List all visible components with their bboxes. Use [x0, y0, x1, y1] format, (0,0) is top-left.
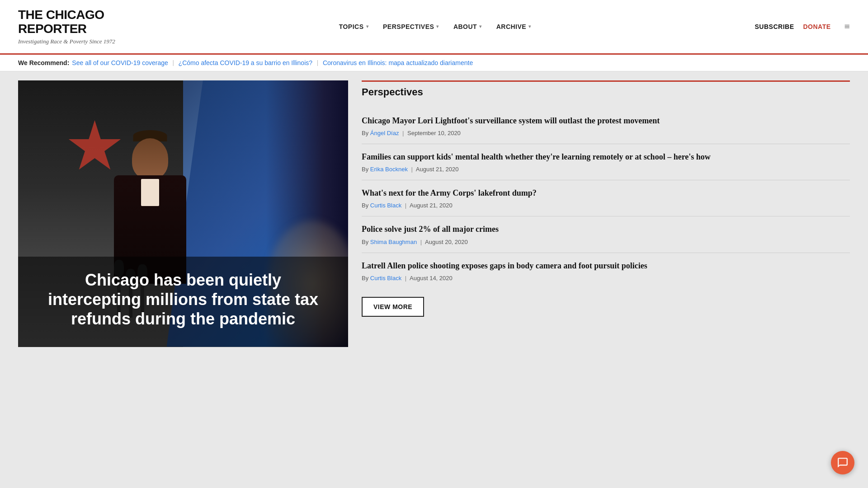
chevron-down-icon: ▾ — [528, 24, 531, 29]
donate-button[interactable]: DONATE — [803, 23, 831, 30]
subscribe-button[interactable]: SUBSCRIBE — [755, 23, 794, 30]
article-surveillance: Chicago Mayor Lori Lightfoot's surveilla… — [362, 108, 850, 144]
chevron-down-icon: ▾ — [479, 24, 482, 29]
nav-topics[interactable]: TOPICS ▾ — [339, 23, 368, 30]
rec-link-map[interactable]: Coronavirus en Illinois: mapa actualizad… — [323, 59, 473, 66]
site-name: THE CHICAGO REPORTER — [18, 8, 115, 36]
main-content: Chicago has been quietly intercepting mi… — [0, 71, 868, 356]
article-mental-health: Families can support kids' mental health… — [362, 144, 850, 180]
article-title-latrell-allen[interactable]: Latrell Allen police shooting exposes ga… — [362, 260, 850, 271]
chevron-down-icon: ▾ — [436, 24, 439, 29]
article-latrell-allen: Latrell Allen police shooting exposes ga… — [362, 253, 850, 289]
hero-image: Chicago has been quietly intercepting mi… — [18, 80, 348, 347]
article-meta-latrell-allen: By Curtis Black | August 14, 2020 — [362, 275, 850, 282]
article-date-army-corps: August 21, 2020 — [410, 202, 453, 209]
author-angel-diaz[interactable]: Ángel Díaz — [370, 130, 399, 136]
article-meta-surveillance: By Ángel Díaz | September 10, 2020 — [362, 130, 850, 136]
article-title-army-corps[interactable]: What's next for the Army Corps' lakefron… — [362, 188, 850, 198]
article-meta-mental-health: By Erika Bocknek | August 21, 2020 — [362, 166, 850, 173]
header-actions: SUBSCRIBE DONATE ≡ — [755, 21, 850, 33]
nav-archive[interactable]: ARCHIVE ▾ — [496, 23, 531, 30]
rec-link-covid[interactable]: See all of our COVID-19 coverage — [72, 59, 168, 66]
face — [132, 138, 168, 179]
chevron-down-icon: ▾ — [366, 24, 369, 29]
shirt — [141, 179, 159, 206]
hero-title: Chicago has been quietly intercepting mi… — [36, 270, 330, 329]
article-date-mental-health: August 21, 2020 — [416, 166, 459, 173]
article-title-police-solve[interactable]: Police solve just 2% of all major crimes — [362, 224, 850, 235]
hamburger-menu-icon[interactable]: ≡ — [844, 21, 850, 33]
article-date-latrell-allen: August 14, 2020 — [410, 275, 453, 282]
site-tagline: Investigating Race & Poverty Since 1972 — [18, 38, 115, 45]
nav-about[interactable]: ABOUT ▾ — [453, 23, 482, 30]
article-date-police-solve: August 20, 2020 — [425, 239, 468, 245]
recommendations-bar: We Recommend: See all of our COVID-19 co… — [0, 55, 868, 71]
perspectives-section-title: Perspectives — [362, 80, 850, 102]
article-army-corps: What's next for the Army Corps' lakefron… — [362, 180, 850, 216]
author-erika-bocknek[interactable]: Erika Bocknek — [370, 166, 408, 173]
hero-section[interactable]: Chicago has been quietly intercepting mi… — [18, 80, 348, 347]
separator: | — [317, 59, 318, 66]
hero-overlay: Chicago has been quietly intercepting mi… — [18, 257, 348, 347]
article-police-solve: Police solve just 2% of all major crimes… — [362, 216, 850, 253]
author-curtis-black-2[interactable]: Curtis Black — [370, 275, 401, 282]
article-meta-army-corps: By Curtis Black | August 21, 2020 — [362, 202, 850, 209]
site-header: THE CHICAGO REPORTER Investigating Race … — [0, 0, 868, 55]
view-more-button[interactable]: VIEW MORE — [362, 297, 424, 317]
separator: | — [173, 59, 174, 66]
main-nav: TOPICS ▾ PERSPECTIVES ▾ ABOUT ▾ ARCHIVE … — [339, 23, 531, 30]
author-curtis-black-1[interactable]: Curtis Black — [370, 202, 401, 209]
logo[interactable]: THE CHICAGO REPORTER Investigating Race … — [18, 8, 115, 45]
article-title-surveillance[interactable]: Chicago Mayor Lori Lightfoot's surveilla… — [362, 115, 850, 126]
article-title-mental-health[interactable]: Families can support kids' mental health… — [362, 151, 850, 162]
rec-label: We Recommend: — [18, 59, 69, 66]
article-date-surveillance: September 10, 2020 — [407, 130, 461, 136]
author-shima-baughman[interactable]: Shima Baughman — [370, 239, 417, 245]
rec-link-spanish[interactable]: ¿Cómo afecta COVID-19 a su barrio en Ill… — [179, 59, 312, 66]
sidebar: Perspectives Chicago Mayor Lori Lightfoo… — [362, 80, 850, 347]
article-meta-police-solve: By Shima Baughman | August 20, 2020 — [362, 239, 850, 245]
nav-perspectives[interactable]: PERSPECTIVES ▾ — [383, 23, 439, 30]
